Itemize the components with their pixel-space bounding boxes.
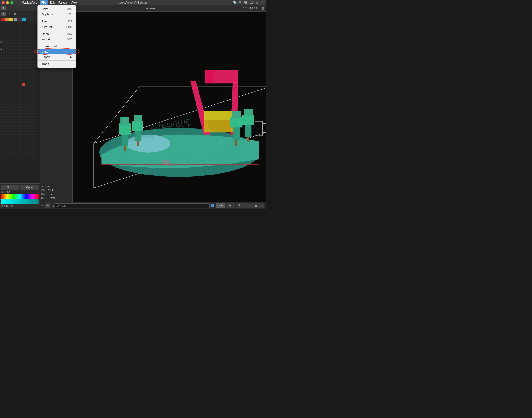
swatch-yellow[interactable] [9, 18, 13, 21]
menu-magicavoxel[interactable]: MagicaVoxel [20, 0, 40, 5]
menu-item-screenshot[interactable]: Screenshot [38, 44, 76, 49]
nav-tab-1[interactable]: 1 [1, 12, 6, 16]
rgb-values: 28 121 118 [1, 204, 39, 208]
menu-item-export[interactable]: Export ▶ [38, 54, 76, 60]
grid-svg [0, 22, 38, 158]
icon-battery: ⬛ [260, 1, 264, 4]
nav-tab-2[interactable]: 2 [7, 12, 12, 16]
titlebar:  MagicaVoxel File Edit Palette View Mag… [0, 0, 266, 5]
menu-view[interactable]: View [69, 0, 79, 5]
hue-gradient[interactable] [1, 195, 39, 199]
svg-rect-84 [137, 141, 139, 146]
view-label-row: ▼ View [41, 185, 71, 188]
rgb-bar-icon [1, 204, 2, 208]
apple-menu[interactable]:  [15, 0, 20, 5]
maximize-button[interactable] [10, 1, 13, 4]
menu-file[interactable]: File [40, 0, 48, 5]
view-mode-orth[interactable]: Orth [236, 203, 245, 208]
menu-item-new[interactable]: New ⌘N [38, 6, 76, 12]
left-panel: ✦ 1 2 N E G [0, 5, 40, 209]
menu-item-open[interactable]: Open ⌘O [38, 31, 76, 36]
svg-rect-86 [230, 117, 242, 128]
view-row-sw: SW Edge [41, 193, 71, 195]
tool-row: ✦ [0, 5, 40, 11]
swatch-teal[interactable] [22, 18, 26, 21]
menu-edit[interactable]: Edit [48, 0, 57, 5]
menu-separator-1 [38, 18, 76, 18]
refresh-icon[interactable]: ↺ [259, 203, 264, 208]
render-expand-icon[interactable]: ⊞ [260, 7, 266, 10]
view-key-sw: SW [41, 193, 47, 195]
viewport-3d[interactable]: 小牛知识库 NIU ZHI SHI KU [73, 12, 266, 202]
svg-rect-88 [235, 140, 237, 146]
a-button[interactable]: A [52, 204, 54, 207]
g-label: G [0, 47, 3, 50]
svg-rect-71 [102, 163, 259, 165]
grid-view-icon[interactable]: ⊞ [253, 203, 259, 208]
view-arrow: ▼ [41, 185, 44, 188]
console-input[interactable] [55, 203, 210, 208]
swatch-gray[interactable] [14, 18, 17, 21]
view-mode-iso[interactable]: Iso [245, 203, 253, 208]
svg-rect-89 [245, 124, 251, 137]
export-submenu-arrow: ▶ [70, 56, 72, 58]
svg-rect-90 [242, 115, 254, 125]
menu-item-trash[interactable]: Trash [38, 61, 76, 67]
render-coords: 101 101 54 [241, 7, 260, 10]
view-section: ▼ View GD Grid SW Edge BG Frame [41, 183, 71, 200]
view-row-bg: BG Frame [41, 196, 71, 199]
e-label: E [0, 41, 2, 44]
minimize-button[interactable] [6, 1, 9, 4]
menu-item-import[interactable]: Import ⇧⌘O [38, 36, 76, 42]
view-mode-free[interactable]: Free [226, 203, 235, 208]
svg-rect-82 [132, 121, 143, 131]
save-button[interactable]: Save [1, 185, 19, 190]
icon-audio: 🔊 [250, 1, 254, 4]
view-row-gd: GD Grid [41, 189, 71, 192]
view-value-grid[interactable]: Grid [48, 189, 71, 192]
svg-rect-87 [232, 111, 241, 118]
icon-search: 🔍 [238, 1, 242, 4]
face-preview [41, 50, 71, 179]
svg-rect-83 [134, 115, 142, 122]
camera-icon[interactable]: 📷 [45, 203, 50, 208]
open-button[interactable]: Open [20, 185, 39, 190]
svg-point-99 [167, 163, 174, 166]
save-open-row: Save Open [1, 185, 39, 190]
swatch-red[interactable] [1, 18, 5, 21]
voxel-grid[interactable]: E G [0, 22, 40, 184]
console-arrow[interactable]: ▼ [42, 204, 44, 207]
svg-rect-80 [124, 146, 126, 151]
svg-rect-92 [247, 137, 249, 142]
saturation-gradient[interactable] [1, 199, 39, 204]
svg-rect-78 [119, 124, 131, 135]
menu-item-duplicate[interactable]: Duplicate ⇧⌘N [38, 12, 76, 17]
color-palette [0, 17, 40, 22]
nav-tab-n[interactable]: N [12, 12, 18, 16]
swatch-dark[interactable] [18, 18, 22, 21]
svg-rect-0 [0, 22, 38, 158]
nav-tabs: 1 2 N [0, 11, 40, 17]
view-mode-buttons: Pers Free Orth Iso ⊞ ↺ [216, 203, 264, 208]
view-mode-pers[interactable]: Pers [216, 203, 225, 208]
file-menu-dropdown: New ⌘N Duplicate ⇧⌘N Save ⌘S Save As ⇧⌘S… [37, 5, 76, 68]
menu-palette[interactable]: Palette [57, 0, 69, 5]
menu-item-bake[interactable]: Bake [38, 49, 76, 54]
menu-item-save-as[interactable]: Save As ⇧⌘S [38, 24, 76, 30]
hsv-arrow-icon: ▼ [1, 191, 3, 194]
menu-item-save[interactable]: Save ⌘S [38, 19, 76, 24]
view-label: View [45, 185, 50, 188]
view-value-frame[interactable]: Frame [48, 196, 71, 199]
svg-rect-85 [233, 126, 240, 140]
menu-separator-3 [38, 43, 76, 43]
close-button[interactable] [2, 1, 5, 4]
view-key-bg: BG [41, 196, 47, 199]
svg-rect-91 [244, 109, 253, 116]
transform-tool[interactable]: ✦ [1, 6, 6, 10]
titlebar-icons: 📡 🔍 🐘 🔊 🖥 ⬛ [233, 1, 264, 4]
svg-marker-73 [213, 70, 238, 83]
view-value-edge[interactable]: Edge [48, 193, 71, 195]
svg-rect-57 [23, 83, 25, 86]
scene-svg: 小牛知识库 NIU ZHI SHI KU [73, 12, 266, 202]
swatch-orange[interactable] [5, 18, 9, 21]
